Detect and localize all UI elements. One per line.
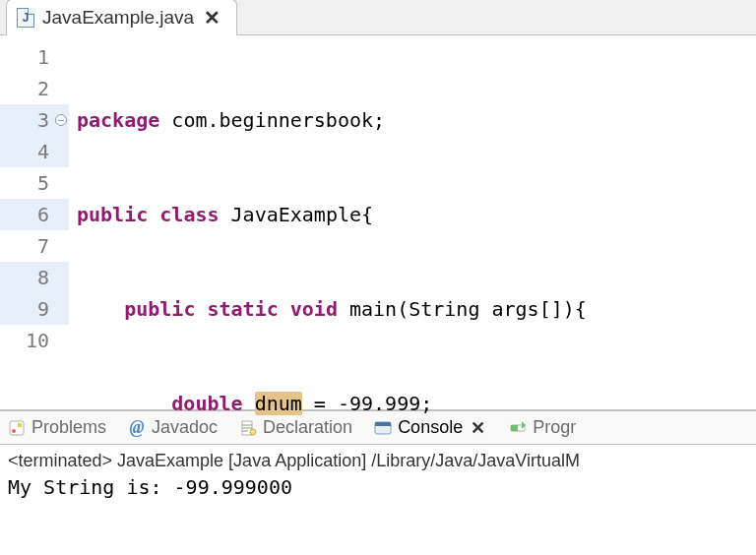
editor-tab-bar: J JavaExample.java ✕ bbox=[0, 0, 756, 35]
code-line: double dnum = -99.999; bbox=[77, 388, 756, 419]
code-text-area[interactable]: package com.beginnersbook; public class … bbox=[69, 35, 756, 409]
line-number-value: 3 bbox=[37, 108, 49, 132]
tab-javadoc[interactable]: @ Javadoc bbox=[128, 417, 218, 438]
tab-declaration[interactable]: Declaration bbox=[239, 417, 352, 438]
line-number: 1 bbox=[0, 41, 69, 73]
console-icon bbox=[374, 419, 392, 437]
declaration-icon bbox=[239, 419, 257, 437]
close-view-button[interactable]: ✕ bbox=[469, 417, 487, 439]
svg-point-1 bbox=[12, 429, 16, 433]
line-number: 2 bbox=[0, 73, 69, 104]
line-number: 10 bbox=[0, 325, 69, 356]
code-editor[interactable]: 1 2 3 4 5 6 7 8 9 10 package com.beginne… bbox=[0, 35, 756, 409]
tab-label: Console bbox=[398, 417, 463, 438]
code-line: package com.beginnersbook; bbox=[77, 104, 756, 136]
progress-icon bbox=[509, 419, 527, 437]
code-line: public class JavaExample{ bbox=[77, 199, 756, 230]
line-number: 9 bbox=[0, 293, 69, 325]
editor-tab-label: JavaExample.java bbox=[42, 7, 194, 29]
svg-point-4 bbox=[250, 429, 256, 435]
line-number: 6 bbox=[0, 199, 69, 230]
svg-rect-6 bbox=[375, 422, 391, 426]
java-file-icon: J bbox=[17, 8, 34, 28]
tab-console[interactable]: Console ✕ bbox=[374, 417, 487, 439]
tab-label: Problems bbox=[32, 417, 106, 438]
fold-collapse-icon[interactable] bbox=[55, 114, 67, 126]
line-number: 5 bbox=[0, 167, 69, 199]
variable-highlight: dnum bbox=[255, 392, 302, 415]
line-number: 8 bbox=[0, 262, 69, 293]
tab-label: Javadoc bbox=[152, 417, 218, 438]
tab-label: Progr bbox=[533, 417, 576, 438]
line-number-gutter: 1 2 3 4 5 6 7 8 9 10 bbox=[0, 35, 69, 409]
svg-rect-2 bbox=[18, 423, 22, 427]
editor-tab-javaexample[interactable]: J JavaExample.java ✕ bbox=[6, 0, 237, 35]
close-tab-button[interactable]: ✕ bbox=[202, 6, 222, 30]
tab-progress[interactable]: Progr bbox=[509, 417, 576, 438]
line-number: 4 bbox=[0, 136, 69, 167]
tab-label: Declaration bbox=[263, 417, 352, 438]
javadoc-icon: @ bbox=[128, 419, 146, 437]
problems-icon bbox=[8, 419, 26, 437]
line-number: 7 bbox=[0, 230, 69, 262]
code-line: public static void main(String args[]){ bbox=[77, 293, 756, 325]
svg-rect-8 bbox=[511, 425, 518, 431]
tab-problems[interactable]: Problems bbox=[8, 417, 106, 438]
line-number: 3 bbox=[0, 104, 69, 136]
